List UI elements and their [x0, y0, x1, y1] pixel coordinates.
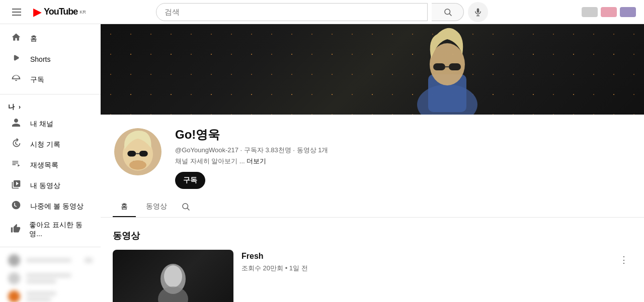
channel-details: Go!영욱 @GoYoungWook-217 · 구독자 3.83천명 · 동영…	[175, 127, 632, 189]
youtube-logo-icon: ▶	[33, 6, 42, 19]
search-button[interactable]	[432, 3, 464, 21]
header-center	[109, 2, 535, 22]
sub-avatar-3	[8, 290, 20, 302]
header-right	[535, 7, 636, 17]
tab-videos[interactable]: 동영상	[138, 197, 175, 217]
sidebar-item-label-history: 시청 기록	[30, 140, 60, 149]
channel-avatar-svg	[114, 127, 162, 177]
svg-rect-2	[477, 8, 479, 13]
channel-separator-2: ·	[293, 146, 296, 154]
svg-rect-13	[127, 151, 136, 156]
sidebar-item-my-videos[interactable]: 내 동영상	[2, 175, 99, 196]
sidebar-divider-1	[0, 94, 101, 94]
videos-section: 동영상 3:42 Fresh 조회수 20만회 • 1일 전	[101, 218, 644, 302]
main-content: Go!영욱 @GoYoungWook-217 · 구독자 3.83천명 · 동영…	[101, 24, 644, 302]
svg-point-21	[158, 286, 188, 303]
liked-icon	[10, 224, 21, 236]
sub-text-2b	[26, 279, 56, 283]
sub-item-1	[0, 251, 101, 269]
avatar-group	[582, 7, 636, 17]
logo-text: YouTube	[44, 7, 77, 17]
avatar-chip-1	[582, 7, 598, 17]
video-thumb-inner	[113, 250, 233, 302]
sub-item-2	[0, 269, 101, 287]
section-title: 동영상	[113, 230, 632, 242]
channel-desc-text: 채널 자세히 알아보기 ...	[175, 157, 245, 165]
video-title[interactable]: Fresh	[242, 252, 632, 261]
channel-banner	[101, 24, 644, 115]
sidebar-item-label-my-channel: 내 채널	[30, 120, 53, 129]
svg-point-17	[183, 204, 188, 209]
channel-meta: @GoYoungWook-217 · 구독자 3.83천명 · 동영상 1개	[175, 146, 632, 155]
search-icon	[443, 8, 452, 17]
youtube-logo[interactable]: ▶ YouTube KR	[33, 6, 86, 19]
sub-text-3	[26, 291, 56, 295]
search-bar	[156, 3, 428, 21]
sidebar-divider-2	[0, 247, 101, 247]
sidebar-item-watch-later[interactable]: 나중에 볼 동영상	[2, 196, 99, 217]
channel-handle: @GoYoungWook-217	[175, 146, 238, 154]
mic-icon	[473, 8, 482, 17]
svg-rect-8	[433, 63, 445, 70]
video-info: Fresh 조회수 20만회 • 1일 전	[242, 250, 632, 302]
sidebar-item-liked[interactable]: 좋아요 표시한 동영...	[2, 217, 99, 243]
menu-button[interactable]	[8, 5, 25, 20]
sidebar-item-label-my-videos: 내 동영상	[30, 181, 60, 190]
sidebar-item-label-playlists: 재생목록	[30, 161, 58, 170]
channel-video-count: 동영상 1개	[297, 146, 329, 154]
sidebar-item-subscriptions[interactable]: 구독	[2, 69, 99, 90]
chevron-right-icon: ›	[19, 104, 21, 111]
svg-rect-9	[449, 63, 461, 70]
sidebar-item-home[interactable]: 홈	[2, 28, 99, 49]
sidebar-item-playlists[interactable]: 재생목록	[2, 155, 99, 175]
sidebar-item-my-channel[interactable]: 내 채널	[2, 114, 99, 134]
tab-search-icon	[181, 202, 190, 211]
video-menu-button[interactable]: ⋮	[616, 252, 632, 268]
channel-more-link[interactable]: 더보기	[247, 157, 266, 165]
svg-line-18	[187, 208, 189, 210]
playlist-icon	[10, 159, 22, 171]
avatar-chip-2	[601, 7, 617, 17]
tab-home[interactable]: 홈	[113, 197, 136, 217]
sidebar-item-label-watch-later: 나중에 볼 동영상	[30, 202, 84, 211]
banner-dots	[101, 24, 644, 115]
subscriptions-icon	[10, 73, 22, 86]
header: ▶ YouTube KR	[0, 0, 644, 24]
sidebar-section-my[interactable]: 나 ›	[0, 98, 101, 114]
logo-region: KR	[79, 10, 86, 15]
channel-info: Go!영욱 @GoYoungWook-217 · 구독자 3.83천명 · 동영…	[101, 115, 644, 197]
home-icon	[10, 32, 22, 45]
header-left: ▶ YouTube KR	[8, 5, 109, 20]
svg-point-16	[129, 160, 146, 170]
sidebar-item-shorts[interactable]: Shorts	[2, 49, 99, 69]
video-thumb-person	[153, 259, 193, 303]
sidebar: 홈 Shorts 구독 나 › 내 채널 시청 기록 재생목록	[0, 24, 101, 302]
sub-text-2	[26, 273, 71, 277]
sub-item-3	[0, 287, 101, 302]
mic-button[interactable]	[468, 2, 488, 22]
svg-line-1	[449, 14, 451, 16]
sidebar-item-label-home: 홈	[30, 34, 37, 43]
channel-tabs: 홈 동영상	[101, 197, 644, 218]
shorts-icon	[10, 53, 22, 65]
avatar-chip-3	[620, 7, 636, 17]
svg-rect-14	[139, 151, 148, 156]
svg-point-0	[445, 9, 450, 15]
sidebar-item-label-liked: 좋아요 표시한 동영...	[29, 221, 91, 239]
subscribe-button[interactable]: 구독	[175, 172, 205, 189]
sidebar-item-label-subs: 구독	[30, 75, 44, 84]
sidebar-subscriptions-blurred	[0, 251, 101, 302]
tab-search-button[interactable]	[177, 198, 194, 217]
sub-avatar-2	[8, 272, 20, 284]
person-icon	[10, 118, 22, 130]
channel-description: 채널 자세히 알아보기 ... 더보기	[175, 157, 632, 166]
search-input[interactable]	[165, 8, 419, 16]
video-thumbnail[interactable]: 3:42	[113, 250, 233, 302]
sidebar-item-history[interactable]: 시청 기록	[2, 134, 99, 155]
three-dots-icon: ⋮	[619, 254, 628, 265]
video-meta: 조회수 20만회 • 1일 전	[242, 264, 632, 273]
watch-later-icon	[10, 200, 22, 213]
channel-separator: ·	[240, 146, 244, 154]
channel-name: Go!영욱	[175, 127, 632, 143]
my-videos-icon	[10, 179, 22, 192]
